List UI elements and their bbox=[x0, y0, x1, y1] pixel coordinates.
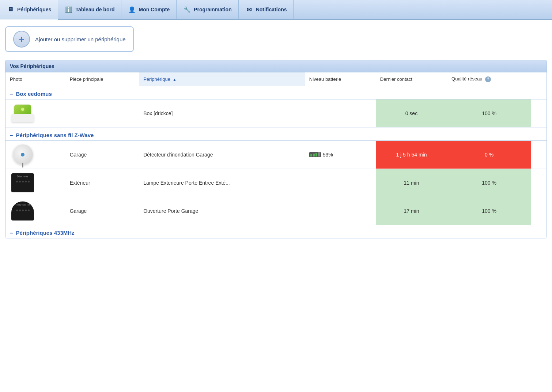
device-photo-cell: Relay Switch bbox=[5, 197, 65, 225]
device-name-cell: Détecteur d'inondation Garage bbox=[139, 140, 305, 169]
device-photo bbox=[10, 144, 35, 166]
group-row: – Périphériques 433MHz bbox=[5, 225, 547, 238]
battery-indicator: 53% bbox=[309, 152, 371, 158]
devices-table: Photo Pièce principale Périphérique ▲ Ni… bbox=[5, 72, 547, 238]
device-image-flood bbox=[13, 144, 33, 165]
col-peripherique[interactable]: Périphérique ▲ bbox=[139, 72, 305, 86]
device-battery-cell bbox=[305, 197, 376, 225]
device-battery-cell bbox=[305, 99, 376, 127]
peripheriques-icon: 🖥 bbox=[7, 5, 15, 14]
nav-peripheriques[interactable]: 🖥 Périphériques bbox=[0, 0, 58, 20]
table-row: Box [drickce] 0 sec 100 % bbox=[5, 99, 547, 127]
help-icon[interactable]: ? bbox=[485, 76, 491, 82]
nav-mon-compte[interactable]: 👤 Mon Compte bbox=[121, 0, 177, 19]
device-photo bbox=[10, 102, 35, 124]
group-row: – Périphériques sans fil Z-Wave bbox=[5, 127, 547, 140]
group-dash: – bbox=[10, 230, 13, 236]
device-battery-cell: 53% bbox=[305, 140, 376, 169]
col-qualite: Qualité réseau ? bbox=[447, 72, 531, 86]
device-actions-cell bbox=[531, 197, 547, 225]
device-actions-cell bbox=[531, 140, 547, 169]
top-navigation: 🖥 Périphériques ℹ️ Tableau de bord 👤 Mon… bbox=[0, 0, 552, 20]
sort-arrow-icon: ▲ bbox=[173, 78, 177, 82]
device-actions-cell bbox=[531, 99, 547, 127]
group-row: – Box eedomus bbox=[5, 86, 547, 99]
device-photo: Relay Switch bbox=[10, 200, 35, 222]
device-piece-cell: Extérieur bbox=[65, 169, 139, 197]
nav-notifications[interactable]: ✉ Notifications bbox=[239, 0, 294, 19]
device-photo-cell: Dimmer bbox=[5, 169, 65, 197]
tableau-icon: ℹ️ bbox=[65, 5, 73, 14]
group-dash: – bbox=[10, 132, 13, 138]
device-image-dimmer: Dimmer bbox=[11, 173, 34, 192]
compte-icon: 👤 bbox=[128, 5, 136, 14]
device-contact-cell: 1 j 5 h 54 min bbox=[376, 140, 447, 169]
battery-percentage: 53% bbox=[323, 152, 333, 158]
device-battery-cell bbox=[305, 169, 376, 197]
device-name-cell: Lampe Exterieure Porte Entree Exté... bbox=[139, 169, 305, 197]
device-piece-cell: Garage bbox=[65, 197, 139, 225]
device-contact-cell: 11 min bbox=[376, 169, 447, 197]
device-piece-cell: Garage bbox=[65, 140, 139, 169]
col-piece: Pièce principale bbox=[65, 72, 139, 86]
device-quality-cell: 0 % bbox=[447, 140, 531, 169]
col-batterie: Niveau batterie bbox=[305, 72, 376, 86]
battery-bars bbox=[309, 152, 321, 157]
device-contact-cell: 0 sec bbox=[376, 99, 447, 127]
device-image-relay: Relay Switch bbox=[11, 201, 34, 220]
table-row: Garage Détecteur d'inondation Garage 53%… bbox=[5, 140, 547, 169]
programmation-icon: 🔧 bbox=[183, 5, 191, 14]
nav-programmation[interactable]: 🔧 Programmation bbox=[177, 0, 238, 19]
device-piece-cell bbox=[65, 99, 139, 127]
device-contact-cell: 17 min bbox=[376, 197, 447, 225]
devices-section: Vos Périphériques Photo Pièce principale… bbox=[5, 60, 547, 238]
nav-tableau-de-bord[interactable]: ℹ️ Tableau de bord bbox=[58, 0, 121, 19]
col-photo: Photo bbox=[5, 72, 65, 86]
col-contact: Dernier contact bbox=[376, 72, 447, 86]
device-quality-cell: 100 % bbox=[447, 169, 531, 197]
col-actions bbox=[531, 72, 547, 86]
device-quality-cell: 100 % bbox=[447, 197, 531, 225]
group-dash: – bbox=[10, 91, 13, 97]
main-content: + Ajouter ou supprimer un périphérique V… bbox=[0, 20, 552, 392]
device-photo-cell bbox=[5, 140, 65, 169]
device-name-cell: Ouverture Porte Garage bbox=[139, 197, 305, 225]
device-image-box bbox=[11, 105, 34, 122]
section-header: Vos Périphériques bbox=[5, 60, 547, 72]
plus-circle-icon: + bbox=[13, 31, 30, 48]
table-row: Relay Switch Garage Ouverture Porte Gara… bbox=[5, 197, 547, 225]
table-row: Dimmer Extérieur Lampe Exterieure Porte … bbox=[5, 169, 547, 197]
device-photo: Dimmer bbox=[10, 172, 35, 194]
notifications-icon: ✉ bbox=[245, 5, 253, 14]
device-actions-cell bbox=[531, 169, 547, 197]
device-name-cell: Box [drickce] bbox=[139, 99, 305, 127]
device-photo-cell bbox=[5, 99, 65, 127]
device-quality-cell: 100 % bbox=[447, 99, 531, 127]
add-device-button[interactable]: + Ajouter ou supprimer un périphérique bbox=[5, 26, 134, 52]
